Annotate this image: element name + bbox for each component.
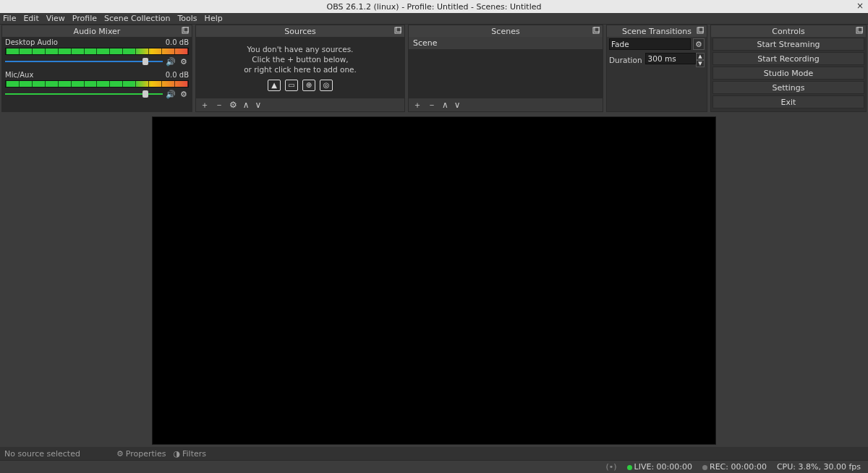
globe-icon: ⊕ xyxy=(302,80,315,91)
remove-source-button[interactable]: － xyxy=(215,99,224,111)
network-icon: (•) xyxy=(605,462,616,472)
duration-input[interactable] xyxy=(645,53,696,64)
menu-profile[interactable]: Profile xyxy=(72,14,97,23)
mixer-channel-mic-aux: Mic/Aux 0.0 dB 🔊 ⚙ xyxy=(2,69,192,102)
scene-item[interactable]: Scene xyxy=(409,37,603,49)
camera-icon: ◎ xyxy=(320,80,333,91)
window-title: OBS 26.1.2 (linux) - Profile: Untitled -… xyxy=(327,2,542,12)
no-source-selected-label: No source selected xyxy=(4,449,80,459)
speaker-icon[interactable]: 🔊 xyxy=(166,89,176,99)
transition-select[interactable]: Fade xyxy=(609,38,691,50)
menu-tools[interactable]: Tools xyxy=(178,14,197,23)
move-down-button[interactable]: ∨ xyxy=(255,100,262,110)
gear-icon[interactable]: ⚙ xyxy=(179,89,189,99)
filters-icon: ◑ xyxy=(173,449,180,459)
preview-area xyxy=(0,112,868,447)
filters-button[interactable]: ◑ Filters xyxy=(173,449,206,459)
preview-canvas[interactable] xyxy=(152,116,716,445)
start-recording-button[interactable]: Start Recording xyxy=(712,52,864,65)
audio-mixer-header[interactable]: Audio Mixer xyxy=(2,25,192,37)
move-up-button[interactable]: ∧ xyxy=(442,100,448,110)
svg-rect-0 xyxy=(182,27,188,33)
svg-rect-4 xyxy=(593,27,599,33)
menu-scene-collection[interactable]: Scene Collection xyxy=(104,14,170,23)
add-scene-button[interactable]: ＋ xyxy=(413,99,422,111)
controls-header[interactable]: Controls xyxy=(711,25,866,37)
popout-icon[interactable] xyxy=(854,25,864,35)
gear-icon: ⚙ xyxy=(116,449,124,459)
sources-footer: ＋ － ⚙ ∧ ∨ xyxy=(196,98,404,111)
duration-label: Duration xyxy=(609,56,642,64)
volume-meter xyxy=(5,80,189,88)
scenes-dock: Scenes Scene ＋ － ∧ ∨ xyxy=(408,25,603,112)
channel-level: 0.0 dB xyxy=(166,71,189,79)
popout-icon[interactable] xyxy=(591,25,601,35)
scene-transitions-body: Fade ⚙ Duration ▲ ▼ xyxy=(607,37,707,69)
settings-button[interactable]: Settings xyxy=(712,81,864,94)
channel-name: Desktop Audio xyxy=(5,38,58,46)
volume-slider[interactable] xyxy=(5,92,163,96)
svg-rect-2 xyxy=(395,27,401,33)
sources-body[interactable]: You don't have any sources. Click the + … xyxy=(196,37,404,98)
audio-mixer-title: Audio Mixer xyxy=(74,27,121,36)
sources-dock: Sources You don't have any sources. Clic… xyxy=(195,25,405,112)
duration-spinbox[interactable]: ▲ ▼ xyxy=(645,53,705,67)
source-properties-button[interactable]: ⚙ xyxy=(229,100,237,110)
exit-button[interactable]: Exit xyxy=(712,95,864,108)
spin-up-icon[interactable]: ▲ xyxy=(696,53,705,60)
controls-title: Controls xyxy=(772,27,805,36)
scenes-header[interactable]: Scenes xyxy=(409,25,603,37)
scenes-title: Scenes xyxy=(491,27,519,36)
live-status: LIVE: 00:00:00 xyxy=(627,462,692,472)
scenes-body[interactable]: Scene xyxy=(409,37,603,98)
volume-slider[interactable] xyxy=(5,59,163,64)
docks-row: Audio Mixer Desktop Audio 0.0 dB 🔊 ⚙ xyxy=(0,25,868,112)
audio-mixer-body: Desktop Audio 0.0 dB 🔊 ⚙ Mic/Aux 0.0 dB xyxy=(2,37,192,111)
popout-icon[interactable] xyxy=(695,25,705,35)
volume-meter xyxy=(5,48,189,55)
sources-header[interactable]: Sources xyxy=(196,25,404,37)
status-bar: (•) LIVE: 00:00:00 REC: 00:00:00 CPU: 3.… xyxy=(0,460,868,473)
menubar: File Edit View Profile Scene Collection … xyxy=(0,13,868,25)
channel-name: Mic/Aux xyxy=(5,71,33,79)
remove-scene-button[interactable]: － xyxy=(427,99,436,111)
gear-icon[interactable]: ⚙ xyxy=(179,56,189,67)
transition-settings-button[interactable]: ⚙ xyxy=(693,38,705,50)
window-titlebar: OBS 26.1.2 (linux) - Profile: Untitled -… xyxy=(0,0,868,13)
close-icon[interactable]: × xyxy=(856,1,864,11)
scene-transitions-header[interactable]: Scene Transitions xyxy=(607,25,707,37)
start-streaming-button[interactable]: Start Streaming xyxy=(712,38,864,51)
move-up-button[interactable]: ∧ xyxy=(243,100,250,110)
source-toolbar: No source selected ⚙ Properties ◑ Filter… xyxy=(0,447,868,460)
sources-empty-message: You don't have any sources. Click the + … xyxy=(196,37,404,94)
speaker-icon[interactable]: 🔊 xyxy=(166,56,176,67)
popout-icon[interactable] xyxy=(180,25,190,35)
svg-rect-6 xyxy=(697,27,703,33)
menu-view[interactable]: View xyxy=(46,14,65,23)
move-down-button[interactable]: ∨ xyxy=(454,100,461,110)
controls-body: Start Streaming Start Recording Studio M… xyxy=(711,37,866,109)
display-capture-icon: ▭ xyxy=(285,80,298,91)
menu-file[interactable]: File xyxy=(3,14,16,23)
mixer-channel-desktop-audio: Desktop Audio 0.0 dB 🔊 ⚙ xyxy=(2,37,192,69)
spin-down-icon[interactable]: ▼ xyxy=(696,60,705,67)
rec-status: REC: 00:00:00 xyxy=(702,462,767,472)
studio-mode-button[interactable]: Studio Mode xyxy=(712,67,864,80)
controls-dock: Controls Start Streaming Start Recording… xyxy=(710,25,867,112)
menu-help[interactable]: Help xyxy=(205,14,223,23)
properties-button[interactable]: ⚙ Properties xyxy=(116,449,166,459)
cpu-status: CPU: 3.8%, 30.00 fps xyxy=(777,462,861,472)
audio-mixer-dock: Audio Mixer Desktop Audio 0.0 dB 🔊 ⚙ xyxy=(1,25,192,112)
scene-transitions-title: Scene Transitions xyxy=(622,27,692,36)
scene-transitions-dock: Scene Transitions Fade ⚙ Duration ▲ ▼ xyxy=(606,25,707,112)
svg-rect-8 xyxy=(856,27,862,33)
popout-icon[interactable] xyxy=(393,25,403,35)
menu-edit[interactable]: Edit xyxy=(23,14,38,23)
channel-level: 0.0 dB xyxy=(166,38,189,46)
scenes-footer: ＋ － ∧ ∨ xyxy=(409,98,603,111)
add-source-button[interactable]: ＋ xyxy=(200,99,209,111)
image-source-icon: ▲ xyxy=(268,80,281,91)
sources-title: Sources xyxy=(284,27,316,36)
